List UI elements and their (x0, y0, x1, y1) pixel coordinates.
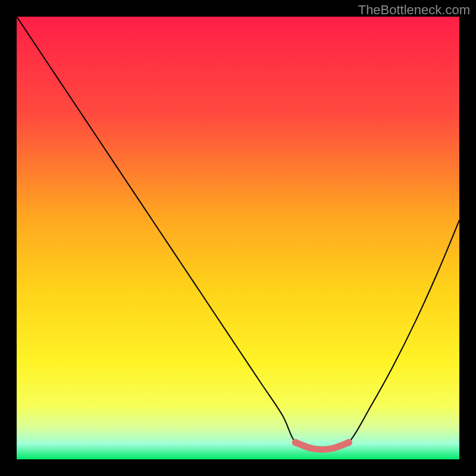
watermark-text: TheBottleneck.com (358, 2, 470, 18)
chart-frame: TheBottleneck.com (0, 0, 476, 476)
curve-layer (17, 17, 459, 459)
optimal-band (296, 443, 349, 450)
bottleneck-curve (17, 17, 459, 450)
plot-area (17, 17, 459, 459)
optimal-right-dot (345, 439, 352, 446)
optimal-left-dot (292, 439, 299, 446)
